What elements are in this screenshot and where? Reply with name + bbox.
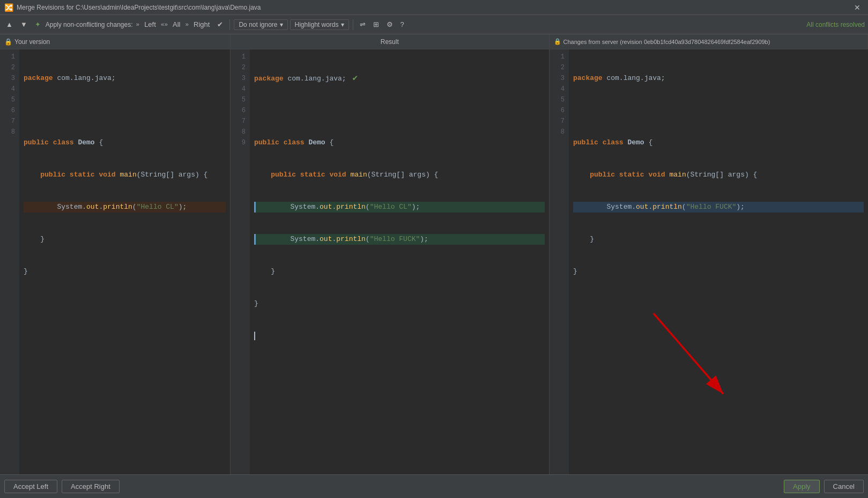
left-line-numbers: 1 2 3 4 5 6 7 8 xyxy=(0,49,19,474)
help-icon: ? xyxy=(400,20,404,28)
middle-panel-title: Result xyxy=(381,38,399,46)
highlight-words-dropdown[interactable]: Highlight words ▾ xyxy=(290,19,349,30)
accept-right-button[interactable]: Accept Right xyxy=(62,480,120,493)
all-label: All xyxy=(173,20,180,28)
up-button[interactable]: ▲ xyxy=(3,19,16,30)
do-not-ignore-label: Do not ignore xyxy=(239,21,277,28)
close-button[interactable]: ✕ xyxy=(851,2,864,13)
right-line-2 xyxy=(573,105,864,116)
bottom-bar: Accept Left Accept Right Apply Cancel xyxy=(0,474,868,498)
right-code-content[interactable]: package com.lang.java; public class Demo… xyxy=(569,49,868,474)
left-line-8 xyxy=(24,298,226,309)
left-line-7: } xyxy=(24,266,226,277)
right-line-3: public class Demo { xyxy=(573,137,864,148)
left-lock-icon: 🔒 xyxy=(4,38,12,46)
right-panel-title: Changes from server (revision 0eb0b1fcd4… xyxy=(563,39,770,45)
settings-icon: ⚙ xyxy=(387,20,393,28)
middle-line-5: System.out.println("Hello CL"); xyxy=(254,202,545,213)
sep2 xyxy=(353,19,353,30)
left-panel-title: Your version xyxy=(14,38,50,46)
middle-line-numbers: 1 2 3 4 5 6 7 8 9 xyxy=(231,49,250,474)
left-line-4: public static void main(String[] args) { xyxy=(24,170,226,180)
cancel-button[interactable]: Cancel xyxy=(824,480,864,493)
middle-panel: 1 2 3 4 5 6 7 8 9 package com.lang.java;… xyxy=(231,49,550,474)
magic-button[interactable]: ✦ xyxy=(32,19,43,30)
middle-code-area[interactable]: 1 2 3 4 5 6 7 8 9 package com.lang.java;… xyxy=(231,49,549,474)
left-line-3: public class Demo { xyxy=(24,137,226,148)
right-line-4: public static void main(String[] args) { xyxy=(573,170,864,180)
columns-button[interactable]: ⊞ xyxy=(370,19,382,30)
settings-button[interactable]: ⚙ xyxy=(384,19,396,30)
app-icon: 🔀 xyxy=(4,3,13,12)
title-text: Merge Revisions for C:\Users\admin\IdeaP… xyxy=(17,4,851,11)
middle-line-4: public static void main(String[] args) { xyxy=(254,170,545,180)
do-not-ignore-dropdown[interactable]: Do not ignore ▾ xyxy=(234,19,287,30)
apply-icon: ✔ xyxy=(217,20,223,28)
left-line-6: } xyxy=(24,234,226,245)
panels-body-wrapper: 1 2 3 4 5 6 7 8 package com.lang.java; p… xyxy=(0,49,868,474)
highlight-dropdown-arrow-icon: ▾ xyxy=(341,21,344,28)
right-label: Right xyxy=(194,20,210,28)
left-line-5: System.out.println("Hello CL"); xyxy=(24,202,226,213)
sep1 xyxy=(229,19,230,30)
panels-body: 1 2 3 4 5 6 7 8 package com.lang.java; p… xyxy=(0,49,868,474)
right-line-numbers: 1 2 3 4 5 6 7 8 xyxy=(550,49,569,474)
middle-line-8: } xyxy=(254,298,545,309)
middle-line-1: package com.lang.java; ✔ xyxy=(254,73,545,84)
middle-panel-header: Result xyxy=(231,34,550,49)
middle-line-2 xyxy=(254,105,545,116)
toolbar: ▲ ▼ ✦ Apply non-conflicting changes: » L… xyxy=(0,15,868,34)
right-lock-icon: 🔒 xyxy=(554,38,561,45)
middle-line-7: } xyxy=(254,266,545,277)
panels-header: 🔒 Your version Result 🔒 Changes from ser… xyxy=(0,34,868,49)
swap-icon: ⇌ xyxy=(360,20,366,28)
right-line-7: } xyxy=(573,266,864,277)
left-label: Left xyxy=(144,20,156,28)
swap-button[interactable]: ⇌ xyxy=(357,19,368,30)
down-icon: ▼ xyxy=(20,20,27,28)
left-panel-header: 🔒 Your version xyxy=(0,34,231,49)
right-line-1: package com.lang.java; xyxy=(573,73,864,84)
right-line-5: System.out.println("Hello FUCK"); xyxy=(573,202,864,213)
magic-icon: ✦ xyxy=(35,20,41,28)
apply-non-conflict-button[interactable]: ✔ xyxy=(214,19,226,30)
accept-left-button[interactable]: Accept Left xyxy=(4,480,57,493)
left-code-content[interactable]: package com.lang.java; public class Demo… xyxy=(19,49,230,474)
down-button[interactable]: ▼ xyxy=(18,19,30,30)
right-line-6: } xyxy=(573,234,864,245)
columns-icon: ⊞ xyxy=(373,20,379,28)
right-panel-header: 🔒 Changes from server (revision 0eb0b1fc… xyxy=(550,34,869,49)
right-line-8 xyxy=(573,298,864,309)
all-button[interactable]: All xyxy=(170,19,183,30)
left-code-area[interactable]: 1 2 3 4 5 6 7 8 package com.lang.java; p… xyxy=(0,49,230,474)
left-panel: 1 2 3 4 5 6 7 8 package com.lang.java; p… xyxy=(0,49,231,474)
left-line-1: package com.lang.java; xyxy=(24,73,226,84)
help-button[interactable]: ? xyxy=(398,19,407,30)
middle-code-content[interactable]: package com.lang.java; ✔ public class De… xyxy=(250,49,549,474)
left-line-2 xyxy=(24,105,226,116)
middle-line-3: public class Demo { xyxy=(254,137,545,148)
right-code-area[interactable]: 1 2 3 4 5 6 7 8 package com.lang.java; p… xyxy=(550,49,868,474)
title-bar: 🔀 Merge Revisions for C:\Users\admin\Ide… xyxy=(0,0,868,15)
right-panel: 1 2 3 4 5 6 7 8 package com.lang.java; p… xyxy=(550,49,868,474)
up-icon: ▲ xyxy=(6,20,13,28)
middle-line-6: System.out.println("Hello FUCK"); xyxy=(254,234,545,245)
non-conflicting-label: Apply non-conflicting changes: xyxy=(46,21,133,28)
middle-line-9 xyxy=(254,331,545,341)
apply-button[interactable]: Apply xyxy=(784,480,820,493)
left-button[interactable]: Left xyxy=(142,19,159,30)
dropdown-arrow-icon: ▾ xyxy=(280,21,283,28)
highlight-words-label: Highlight words xyxy=(295,21,339,28)
right-button[interactable]: Right xyxy=(191,19,212,30)
all-conflicts-label: All conflicts resolved xyxy=(806,21,865,28)
